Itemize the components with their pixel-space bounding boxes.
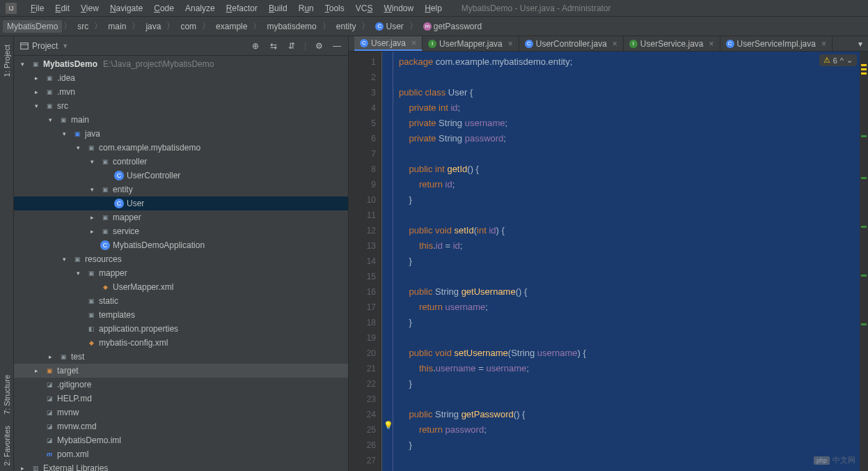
tree-item[interactable]: ▾▣src	[14, 99, 348, 113]
menu-view[interactable]: View	[75, 2, 104, 15]
tree-item[interactable]: ◆UserMapper.xml	[14, 280, 348, 294]
menu-build[interactable]: Build	[263, 2, 293, 15]
menu-run[interactable]: Run	[293, 2, 319, 15]
tree-external-libs[interactable]: ▸▥External Libraries	[14, 461, 348, 471]
package-icon: ▣	[100, 185, 110, 194]
menu-navigate[interactable]: Navigate	[104, 2, 148, 15]
bc-example[interactable]: example	[212, 20, 251, 33]
project-view-selector[interactable]: Project ▼	[19, 41, 68, 51]
bc-getpassword[interactable]: mgetPassword	[419, 20, 486, 33]
marker-bar[interactable]	[860, 52, 868, 471]
folder-icon: ▣	[45, 101, 54, 111]
tree-item[interactable]: ▸▣test	[14, 350, 348, 364]
tree-item[interactable]: ◪mvnw.cmd	[14, 419, 348, 433]
close-icon[interactable]: ×	[613, 39, 617, 49]
tree-item[interactable]: ◪MybatisDemo.iml	[14, 433, 348, 447]
tree-item[interactable]: ▾▣resources	[14, 252, 348, 266]
tool-tab-favorites[interactable]: 2: Favorites	[1, 420, 13, 471]
close-icon[interactable]: ×	[508, 39, 513, 49]
menu-refactor[interactable]: Refactor	[221, 2, 263, 15]
tool-tab-project[interactable]: 1: Project	[1, 39, 13, 82]
tree-root[interactable]: ▾▣MybatisDemoE:\Java_project\MybatisDemo	[14, 57, 348, 71]
tree-item[interactable]: ◪.gitignore	[14, 378, 348, 392]
tree-item[interactable]: ▾▣main	[14, 113, 348, 127]
chevron-up-icon[interactable]: ^	[840, 56, 844, 65]
expand-all-icon[interactable]: ⇆	[268, 40, 279, 52]
warning-marker[interactable]	[861, 68, 867, 70]
close-icon[interactable]: ×	[411, 38, 416, 48]
bc-project[interactable]: MybatisDemo	[3, 20, 62, 33]
editor-tab[interactable]: IUserMapper.java×	[423, 36, 519, 51]
tree-item-selected[interactable]: CUser	[14, 196, 348, 210]
ok-marker[interactable]	[861, 177, 867, 179]
locate-icon[interactable]: ⊕	[250, 40, 261, 52]
menu-file[interactable]: File	[25, 2, 49, 15]
gear-icon[interactable]: ⚙	[313, 40, 324, 52]
code-content[interactable]: package com.example.mybatisdemo.entity; …	[393, 52, 860, 471]
menu-edit[interactable]: Edit	[49, 2, 75, 15]
src-folder-icon: ▣	[72, 129, 82, 139]
tree-item[interactable]: ▾▣mapper	[14, 266, 348, 280]
tree-item[interactable]: ▸▣service	[14, 224, 348, 238]
tree-item[interactable]: mpom.xml	[14, 447, 348, 461]
inspection-badge[interactable]: ⚠ 6 ^ ⌄	[819, 54, 857, 66]
collapse-all-icon[interactable]: ⇵	[286, 40, 297, 52]
menu-analyze[interactable]: Analyze	[180, 2, 221, 15]
warning-marker[interactable]	[861, 64, 867, 66]
tree-item[interactable]: ▾▣entity	[14, 183, 348, 196]
tree-item[interactable]: CMybatisDemoApplication	[14, 238, 348, 252]
close-icon[interactable]: ×	[709, 39, 714, 49]
editor-tab[interactable]: CUserController.java×	[519, 36, 624, 51]
tree-item[interactable]: ▣static	[14, 294, 348, 308]
tree-item[interactable]: ▸▣target	[14, 364, 348, 378]
ok-marker[interactable]	[861, 323, 867, 325]
bc-main[interactable]: main	[104, 20, 130, 33]
tree-item[interactable]: ▸▣mapper	[14, 210, 348, 224]
bc-entity[interactable]: entity	[332, 20, 361, 33]
close-icon[interactable]: ×	[821, 39, 826, 49]
tree-item[interactable]: CUserController	[14, 169, 348, 183]
tree-item[interactable]: ▣templates	[14, 308, 348, 322]
tree-item[interactable]: ◪mvnw	[14, 406, 348, 419]
bc-com[interactable]: com	[176, 20, 200, 33]
ok-marker[interactable]	[861, 135, 867, 137]
menu-help[interactable]: Help	[419, 2, 448, 15]
ok-marker[interactable]	[861, 226, 867, 228]
tool-tab-structure[interactable]: 7: Structure	[1, 369, 13, 420]
app-logo-icon: IJ	[6, 3, 17, 14]
file-icon: ◪	[45, 422, 54, 431]
tree-item[interactable]: ▸▣.mvn	[14, 85, 348, 99]
class-icon: C	[360, 39, 368, 47]
editor-body[interactable]: 1234567891011121314151617181920212223242…	[349, 52, 868, 471]
folder-icon: ▣	[58, 352, 68, 362]
chevron-down-icon[interactable]: ⌄	[846, 56, 853, 65]
bc-user[interactable]: CUser	[371, 20, 407, 33]
editor-area: CUser.java× IUserMapper.java× CUserContr…	[349, 36, 868, 471]
lightbulb-icon[interactable]: 💡	[384, 421, 393, 430]
hide-panel-icon[interactable]: —	[331, 40, 342, 52]
tree-item[interactable]: ◧application.properties	[14, 322, 348, 336]
bc-mybatisdemo[interactable]: mybatisdemo	[262, 20, 320, 33]
editor-tab[interactable]: CUser.java×	[354, 36, 423, 51]
bc-java[interactable]: java	[141, 20, 165, 33]
menu-code[interactable]: Code	[148, 2, 180, 15]
tree-item[interactable]: ▾▣java	[14, 127, 348, 141]
tree-item[interactable]: ▸▣.idea	[14, 71, 348, 85]
tree-item[interactable]: ▾▣com.example.mybatisdemo	[14, 141, 348, 155]
package-icon: ▣	[86, 143, 96, 153]
editor-tab[interactable]: CUserServiceImpl.java×	[720, 36, 833, 51]
ok-marker[interactable]	[861, 275, 867, 277]
tree-item[interactable]: ◆mybatis-config.xml	[14, 336, 348, 350]
tabs-dropdown-icon[interactable]: ▾	[853, 36, 868, 51]
editor-tab[interactable]: IUserService.java×	[624, 36, 720, 51]
tree-item[interactable]: ◪HELP.md	[14, 392, 348, 406]
tree-item[interactable]: ▾▣controller	[14, 155, 348, 169]
file-icon: ◪	[45, 380, 54, 389]
menu-vcs[interactable]: VCS	[350, 2, 379, 15]
warning-marker[interactable]	[861, 72, 867, 75]
menu-window[interactable]: Window	[378, 2, 419, 15]
icon-gutter: 💡	[382, 52, 393, 471]
project-tree[interactable]: ▾▣MybatisDemoE:\Java_project\MybatisDemo…	[14, 56, 348, 471]
bc-src[interactable]: src	[73, 20, 93, 33]
menu-tools[interactable]: Tools	[319, 2, 350, 15]
